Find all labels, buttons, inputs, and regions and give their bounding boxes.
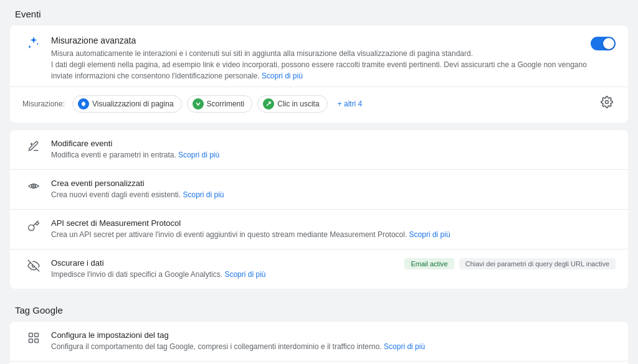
api-secret-row: API secret di Measurement Protocol Crea … xyxy=(10,210,628,250)
crea-eventi-icon xyxy=(22,179,45,192)
oscurare-dati-desc: Impedisce l'invio di dati specifici a Go… xyxy=(51,269,394,280)
configura-link[interactable]: Scopri di più xyxy=(384,342,425,351)
chip-visualizzazioni-icon xyxy=(78,98,89,110)
measurement-chips-row: Misurazione: Visualizzazioni di pagina S… xyxy=(10,86,628,123)
advanced-title: Misurazione avanzata xyxy=(51,35,591,45)
oscurare-badges: Email active Chiavi dei parametri di que… xyxy=(394,258,616,269)
gear-settings-button[interactable] xyxy=(598,93,616,114)
configura-icon xyxy=(22,330,45,344)
crea-eventi-title: Crea eventi personalizzati xyxy=(51,179,616,188)
email-active-badge[interactable]: Email active xyxy=(404,258,454,269)
advanced-scopri-link[interactable]: Scopri di più xyxy=(262,72,303,80)
chip-more-button[interactable]: + altri 4 xyxy=(333,97,368,111)
chip-visualizzazioni[interactable]: Visualizzazioni di pagina xyxy=(72,95,182,113)
oscurare-dati-icon xyxy=(22,258,45,272)
modificare-eventi-link[interactable]: Scopri di più xyxy=(178,151,219,159)
tag-google-card: Configura le impostazioni del tag Config… xyxy=(10,322,628,364)
oscurare-dati-title: Oscurare i dati xyxy=(51,258,394,268)
api-secret-icon xyxy=(22,218,45,232)
eventi-rows-card: Modificare eventi Modifica eventi e para… xyxy=(10,130,628,289)
advanced-toggle[interactable]: ✓ xyxy=(591,37,616,50)
modificare-eventi-row: Modificare eventi Modifica eventi e para… xyxy=(10,130,628,170)
chip-visualizzazioni-label: Visualizzazioni di pagina xyxy=(92,100,174,108)
api-secret-title: API secret di Measurement Protocol xyxy=(51,218,616,228)
measurement-label: Misurazione: xyxy=(22,100,65,108)
svg-rect-7 xyxy=(29,339,33,343)
svg-point-1 xyxy=(606,101,609,104)
advanced-measurement-card: Misurazione avanzata Misura automaticame… xyxy=(10,26,628,123)
modificare-eventi-desc: Modifica eventi e parametri in entrata. … xyxy=(51,149,616,161)
oscurare-dati-link[interactable]: Scopri di più xyxy=(224,270,265,279)
chip-clic-uscita[interactable]: Clic in uscita xyxy=(257,95,327,113)
api-secret-desc: Crea un API secret per attivare l'invio … xyxy=(51,229,616,240)
gestisci-row: Gestisci i tag del sito collegati Carica… xyxy=(10,362,628,364)
api-secret-link[interactable]: Scopri di più xyxy=(409,230,450,239)
chip-scorrimenti-icon xyxy=(193,98,204,110)
oscurare-dati-row: Oscurare i dati Impedisce l'invio di dat… xyxy=(10,250,628,289)
chip-clic-uscita-icon xyxy=(263,98,274,110)
svg-rect-5 xyxy=(29,334,33,337)
inactive-badge[interactable]: Chiavi dei parametri di query degli URL … xyxy=(459,258,616,269)
configura-desc: Configura il comportamento del tag Googl… xyxy=(51,341,616,352)
chip-scorrimenti-label: Scorrimenti xyxy=(207,100,245,108)
svg-rect-6 xyxy=(35,334,39,337)
crea-eventi-link[interactable]: Scopri di più xyxy=(183,190,224,199)
configura-title: Configura le impostazioni del tag xyxy=(51,330,616,340)
chip-scorrimenti[interactable]: Scorrimenti xyxy=(187,95,253,113)
crea-eventi-desc: Crea nuovi eventi dagli eventi esistenti… xyxy=(51,189,616,200)
advanced-measurement-icon xyxy=(22,35,45,49)
modificare-eventi-title: Modificare eventi xyxy=(51,139,616,148)
svg-rect-8 xyxy=(35,339,39,343)
modificare-icon xyxy=(22,139,45,152)
eventi-section-title: Eventi xyxy=(0,0,638,26)
page: Eventi Misurazione avanzata Misura autom… xyxy=(0,0,638,364)
tag-google-section-title: Tag Google xyxy=(0,296,638,322)
configura-row: Configura le impostazioni del tag Config… xyxy=(10,322,628,362)
advanced-desc: Misura automaticamente le interazioni e … xyxy=(51,48,591,82)
chip-clic-uscita-label: Clic in uscita xyxy=(277,100,319,108)
crea-eventi-row: Crea eventi personalizzati Crea nuovi ev… xyxy=(10,170,628,210)
